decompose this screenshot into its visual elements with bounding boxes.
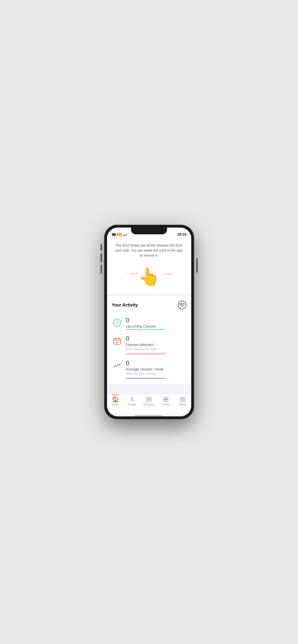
- classes-attended-row[interactable]: 0 Classes Attended Over the past 30 days: [112, 332, 186, 357]
- clock-icon-wrap: [112, 318, 122, 328]
- swipe-illustration: ←: [114, 263, 184, 287]
- power-button[interactable]: [197, 258, 198, 273]
- svg-rect-13: [164, 397, 166, 399]
- activity-title: Your Activity: [112, 302, 138, 308]
- classes-attended-count: 0: [126, 336, 186, 342]
- avg-classes-count: 0: [126, 360, 186, 366]
- calendar-check-icon: [113, 337, 121, 346]
- classes-attended-divider: [126, 354, 165, 354]
- svg-rect-16: [166, 400, 168, 402]
- scroll-content[interactable]: The feed shows you all the relevant info…: [107, 238, 191, 394]
- clubs-label: Clubs: [163, 403, 169, 406]
- phone-screen: 📶 15:15 The feed shows you all the relev…: [107, 228, 191, 416]
- swipe-card-text: The feed shows you all the relevant info…: [114, 243, 184, 258]
- activity-section: Your Activity: [107, 296, 191, 384]
- hand-swipe-icon: 👆: [138, 267, 160, 287]
- avg-classes-sublabel: Over the past 30 days: [126, 372, 186, 375]
- feed-home-icon: 🏠: [112, 396, 119, 402]
- more-label: More: [180, 403, 186, 406]
- feed-label: Feed: [112, 403, 118, 406]
- clock-icon: [113, 318, 121, 327]
- volume-up-button[interactable]: [101, 254, 102, 262]
- clubs-icon: [163, 396, 169, 402]
- svg-rect-17: [181, 397, 182, 399]
- nav-clubs[interactable]: Clubs: [158, 396, 174, 406]
- svg-rect-10: [147, 400, 148, 400]
- heart-rate-icon[interactable]: [178, 301, 186, 309]
- classes-attended-text: 0 Classes Attended Over the past 30 days: [126, 336, 186, 354]
- upcoming-classes-row[interactable]: 0 Upcoming Classes: [112, 314, 186, 332]
- nav-feed[interactable]: 🏠 Feed: [107, 396, 124, 406]
- upcoming-classes-divider: [126, 329, 165, 330]
- avg-classes-row[interactable]: 0 Average classes / week Over the past 3…: [112, 357, 186, 382]
- swipe-visual: ←: [125, 264, 173, 286]
- svg-rect-14: [166, 397, 168, 399]
- bottom-nav: 🏠 Feed Profile: [107, 394, 191, 414]
- upcoming-classes-text: 0 Upcoming Classes: [126, 317, 186, 330]
- upcoming-classes-label: Upcoming Classes: [126, 324, 186, 328]
- more-icon: [180, 396, 186, 402]
- upcoming-classes-count: 0: [126, 317, 186, 323]
- wifi-icon: 📶: [118, 233, 122, 236]
- status-time: 15:15: [177, 232, 186, 236]
- nav-active-indicator: [112, 394, 119, 395]
- silent-button[interactable]: [101, 244, 102, 250]
- schedule-icon: [146, 396, 152, 402]
- nav-schedule-inner: Schedule: [143, 396, 155, 406]
- nav-clubs-inner: Clubs: [163, 396, 169, 406]
- classes-attended-sublabel: Over the past 30 days: [126, 347, 186, 351]
- svg-rect-20: [183, 400, 185, 402]
- svg-rect-15: [164, 400, 166, 402]
- schedule-label: Schedule: [143, 403, 155, 406]
- signal-icon: [123, 233, 127, 236]
- trend-chart-icon: [113, 361, 121, 370]
- chart-icon-wrap: [112, 360, 122, 371]
- profile-icon: [129, 396, 135, 402]
- home-indicator: [135, 415, 163, 416]
- phone-frame: 📶 15:15 The feed shows you all the relev…: [104, 225, 194, 419]
- svg-rect-1: [114, 338, 120, 344]
- classes-attended-label: Classes Attended: [126, 342, 186, 347]
- avg-classes-text: 0 Average classes / week Over the past 3…: [126, 360, 186, 378]
- activity-header: Your Activity: [112, 301, 186, 309]
- profile-label: Profile: [128, 403, 136, 406]
- nav-more[interactable]: More: [174, 396, 191, 406]
- battery-icon: [112, 233, 117, 236]
- bottom-spacer: [107, 386, 191, 390]
- arrow-left-icon: ←: [125, 271, 138, 277]
- status-left: 📶: [112, 233, 127, 236]
- nav-profile[interactable]: Profile: [124, 396, 140, 406]
- nav-more-inner: More: [180, 396, 186, 406]
- calendar-icon-wrap: [112, 336, 122, 346]
- avg-classes-label: Average classes / week: [126, 367, 186, 371]
- nav-feed-inner: 🏠 Feed: [112, 396, 119, 406]
- svg-point-5: [131, 398, 133, 400]
- svg-rect-18: [183, 397, 185, 399]
- arrow-right-icon: [164, 274, 173, 274]
- svg-rect-12: [150, 400, 151, 400]
- swipe-card[interactable]: The feed shows you all the relevant info…: [107, 238, 191, 296]
- svg-rect-11: [149, 400, 150, 400]
- notch: [131, 228, 167, 234]
- nav-profile-inner: Profile: [128, 396, 136, 406]
- volume-down-button[interactable]: [101, 265, 102, 274]
- avg-classes-divider: [126, 378, 165, 378]
- nav-schedule[interactable]: Schedule: [140, 396, 158, 406]
- svg-rect-19: [181, 400, 182, 402]
